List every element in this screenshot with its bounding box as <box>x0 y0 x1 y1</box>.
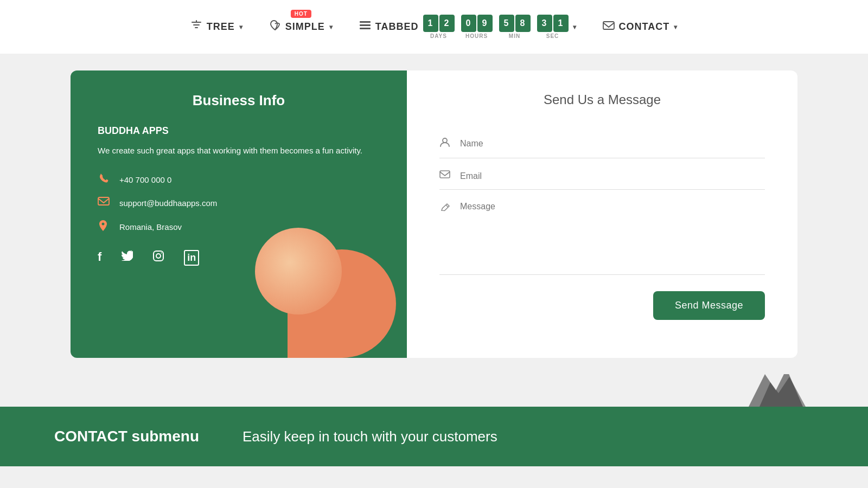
nav-contact[interactable]: CONTACT ▾ <box>603 21 678 33</box>
svg-point-11 <box>161 253 162 254</box>
email-field-icon <box>439 170 452 182</box>
countdown-sec1: 3 <box>537 15 552 32</box>
navbar: TREE ▾ HOT SIMPLE ▾ TABBED <box>0 0 868 54</box>
days-label: DAYS <box>430 33 447 39</box>
simple-label: SIMPLE <box>285 21 325 33</box>
sec-label: SEC <box>546 33 559 39</box>
svg-rect-3 <box>196 20 197 22</box>
countdown-hours-block: 0 9 HOURS <box>461 15 493 39</box>
nav-tabbed[interactable]: TABBED 1 2 DAYS 0 9 HOURS <box>359 15 577 39</box>
tree-label: TREE <box>207 21 235 33</box>
main-content: Business Info BUDDHA APPS We create such… <box>0 54 868 374</box>
tree-icon <box>190 20 202 34</box>
countdown-day1: 1 <box>423 15 438 32</box>
svg-rect-9 <box>154 251 163 261</box>
name-input[interactable] <box>460 139 765 149</box>
countdown: 1 2 DAYS 0 9 HOURS 5 8 MI <box>423 15 569 39</box>
email-input[interactable] <box>460 171 765 181</box>
svg-line-14 <box>446 205 448 207</box>
contact-icon <box>603 21 615 33</box>
hot-badge: HOT <box>291 10 311 18</box>
svg-rect-1 <box>193 24 200 25</box>
tree-chevron: ▾ <box>239 23 243 31</box>
tabbed-chevron: ▾ <box>573 23 577 31</box>
mountains-decoration <box>716 374 825 407</box>
message-field-icon <box>439 203 452 216</box>
form-title: Send Us a Message <box>439 92 765 107</box>
company-name: BUDDHA APPS <box>98 125 380 137</box>
contact-chevron: ▾ <box>674 23 678 31</box>
min-label: MIN <box>509 33 520 39</box>
location-item: Romania, Brasov <box>98 219 380 235</box>
simple-chevron: ▾ <box>329 23 333 31</box>
instagram-icon[interactable] <box>152 250 164 266</box>
message-textarea[interactable] <box>460 202 765 267</box>
tabbed-icon <box>359 21 371 33</box>
hours-label: HOURS <box>465 33 488 39</box>
countdown-sec-block: 3 1 SEC <box>537 15 569 39</box>
linkedin-icon[interactable]: in <box>184 250 199 266</box>
social-icons: f in <box>98 250 380 266</box>
simple-icon <box>269 20 281 34</box>
svg-rect-8 <box>98 197 109 205</box>
countdown-min-block: 5 8 MIN <box>499 15 531 39</box>
email-item: support@buddhaapps.com <box>98 197 380 209</box>
nav-tree[interactable]: TREE ▾ <box>190 20 243 34</box>
countdown-days-block: 1 2 DAYS <box>423 15 455 39</box>
svg-rect-2 <box>195 27 198 28</box>
phone-item: +40 700 000 0 <box>98 172 380 187</box>
countdown-hour1: 0 <box>461 15 476 32</box>
send-message-button[interactable]: Send Message <box>653 291 765 320</box>
main-wrapper: Business Info BUDDHA APPS We create such… <box>0 54 868 407</box>
bottom-bar: CONTACT submenu Easily keep in touch wit… <box>0 407 868 466</box>
countdown-day2: 2 <box>439 15 455 32</box>
mountain-area <box>0 374 868 407</box>
deco-circle <box>255 228 342 314</box>
countdown-min2: 8 <box>515 15 531 32</box>
message-field-row <box>439 194 765 275</box>
contact-form-panel: Send Us a Message <box>407 70 797 358</box>
countdown-hour2: 9 <box>477 15 493 32</box>
svg-rect-5 <box>360 24 371 26</box>
location-icon <box>98 219 111 235</box>
contact-label: CONTACT <box>619 21 670 33</box>
countdown-min1: 5 <box>499 15 514 32</box>
email-field-row <box>439 163 765 190</box>
countdown-sec2: 1 <box>553 15 569 32</box>
svg-rect-6 <box>360 28 371 29</box>
company-description: We create such great apps that working w… <box>98 144 380 157</box>
email-icon <box>98 197 111 209</box>
facebook-icon[interactable]: f <box>98 250 101 266</box>
tabbed-label: TABBED <box>375 21 419 33</box>
email-address: support@buddhaapps.com <box>119 198 217 208</box>
nav-simple[interactable]: HOT SIMPLE ▾ <box>269 20 333 34</box>
phone-number: +40 700 000 0 <box>119 175 171 184</box>
svg-rect-13 <box>440 171 450 178</box>
location-text: Romania, Brasov <box>119 222 182 232</box>
name-field-icon <box>439 137 452 150</box>
footer-title: CONTACT submenu <box>54 428 199 445</box>
svg-point-10 <box>156 254 161 258</box>
svg-point-12 <box>443 138 447 143</box>
svg-rect-7 <box>603 22 614 29</box>
send-btn-row: Send Message <box>439 291 765 320</box>
name-field-row <box>439 129 765 158</box>
footer-subtitle: Easily keep in touch with your customers <box>242 428 497 445</box>
svg-rect-4 <box>360 21 371 23</box>
business-panel-title: Business Info <box>98 92 380 109</box>
business-info-panel: Business Info BUDDHA APPS We create such… <box>71 70 407 358</box>
phone-icon <box>98 172 111 187</box>
twitter-icon[interactable] <box>121 250 133 266</box>
